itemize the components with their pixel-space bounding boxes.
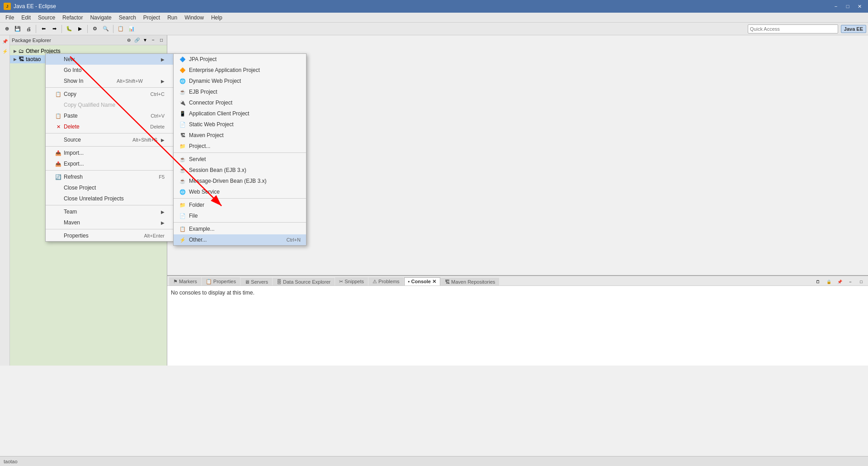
- minimize-view-button[interactable]: −: [150, 37, 157, 44]
- maximize-button[interactable]: □: [843, 2, 853, 10]
- submenu-file[interactable]: 📄 File: [174, 210, 306, 221]
- ctx-import[interactable]: 📥Import...: [46, 147, 174, 158]
- tab-markers[interactable]: ⚑ Markers: [169, 277, 201, 285]
- delete-icon: ✕: [55, 123, 62, 130]
- menu-edit[interactable]: Edit: [18, 14, 34, 22]
- ctx-paste[interactable]: 📋Paste Ctrl+V: [46, 110, 174, 121]
- min-panel-button[interactable]: −: [845, 277, 855, 287]
- ctx-close-unrelated[interactable]: Close Unrelated Projects: [46, 193, 174, 204]
- submenu-label: Session Bean (EJB 3.x): [189, 167, 246, 173]
- tab-datasource[interactable]: 🗄 Data Source Explorer: [273, 278, 335, 285]
- ctx-delete[interactable]: ✕Delete Delete: [46, 121, 174, 132]
- ctx-go-into[interactable]: Go Into: [46, 65, 174, 76]
- submenu-jpa-project[interactable]: 🔷 JPA Project: [174, 54, 306, 65]
- submenu-dynamic-web[interactable]: 🌐 Dynamic Web Project: [174, 76, 306, 86]
- ctx-copy-qualified[interactable]: Copy Qualified Name: [46, 100, 174, 110]
- submenu-label: Maven Project: [189, 132, 224, 138]
- clear-console-button[interactable]: 🗒: [813, 277, 823, 287]
- enterprise-icon: 🔶: [179, 67, 186, 74]
- toolbar-btn7[interactable]: 📋: [116, 24, 126, 34]
- other-shortcut: Ctrl+N: [287, 237, 301, 243]
- submenu-project[interactable]: 📁 Project...: [174, 141, 306, 152]
- menu-help[interactable]: Help: [208, 14, 226, 22]
- menu-window[interactable]: Window: [181, 14, 208, 22]
- toolbar-btn4[interactable]: ➡: [49, 24, 59, 34]
- menu-search[interactable]: Search: [115, 14, 140, 22]
- submenu-message-bean[interactable]: ☕ Message-Driven Bean (EJB 3.x): [174, 176, 306, 186]
- ctx-close-project[interactable]: Close Project: [46, 182, 174, 193]
- collapse-all-button[interactable]: ⊖: [125, 37, 132, 44]
- ctx-maven[interactable]: Maven ▶: [46, 217, 174, 228]
- submenu-label: Project...: [189, 143, 210, 149]
- submenu-servlet[interactable]: ☕ Servlet: [174, 154, 306, 165]
- maximize-view-button[interactable]: □: [158, 37, 165, 44]
- submenu-example[interactable]: 📋 Example...: [174, 223, 306, 234]
- toolbar-debug[interactable]: 🐛: [64, 24, 74, 34]
- max-panel-button[interactable]: □: [856, 277, 866, 287]
- submenu-maven-project[interactable]: 🏗 Maven Project: [174, 130, 306, 141]
- pin-console-button[interactable]: 📌: [835, 277, 844, 287]
- submenu-connector[interactable]: 🔌 Connector Project: [174, 97, 306, 108]
- package-explorer-header: Package Explorer ⊖ 🔗 ▼ − □: [10, 35, 167, 45]
- ctx-show-in[interactable]: Show In Alt+Shift+W ▶: [46, 76, 174, 86]
- ctx-team[interactable]: Team ▶: [46, 206, 174, 217]
- ctx-refresh[interactable]: 🔄Refresh F5: [46, 171, 174, 182]
- view-menu-button[interactable]: ▼: [142, 37, 149, 44]
- copy-shortcut: Ctrl+C: [151, 91, 165, 97]
- tab-console[interactable]: ▪ Console ✕: [404, 277, 440, 285]
- toolbar-btn8[interactable]: 📊: [127, 24, 137, 34]
- menu-source[interactable]: Source: [34, 14, 59, 22]
- ctx-export[interactable]: 📤Export...: [46, 158, 174, 169]
- package-explorer-title: Package Explorer: [12, 38, 125, 43]
- link-editor-button[interactable]: 🔗: [133, 37, 141, 44]
- minimize-button[interactable]: −: [831, 2, 841, 10]
- submenu-label: Application Client Project: [189, 110, 249, 117]
- side-icon-1[interactable]: 📌: [1, 37, 9, 45]
- toolbar-run[interactable]: ▶: [75, 24, 85, 34]
- submenu-other[interactable]: ⚡ Other... Ctrl+N: [174, 234, 306, 245]
- datasource-icon: 🗄: [277, 279, 282, 285]
- toolbar-btn5[interactable]: ⚙: [90, 24, 100, 34]
- submenu-app-client[interactable]: 📱 Application Client Project: [174, 108, 306, 119]
- menu-file[interactable]: File: [2, 14, 18, 22]
- side-icon-2[interactable]: ⚡: [1, 47, 9, 55]
- scroll-lock-button[interactable]: 🔒: [824, 277, 834, 287]
- tab-servers[interactable]: 🖥 Servers: [241, 278, 272, 285]
- ctx-sep2: [46, 133, 174, 133]
- quick-access-input[interactable]: [748, 24, 838, 33]
- ctx-sep4: [46, 170, 174, 171]
- toolbar-new[interactable]: ⊕: [2, 24, 12, 34]
- file-new-icon: 📄: [179, 212, 186, 219]
- window-title: Java EE - Eclipse: [14, 3, 831, 10]
- submenu-folder[interactable]: 📁 Folder: [174, 200, 306, 210]
- tab-problems[interactable]: ⚠ Problems: [368, 277, 404, 285]
- menu-refactor[interactable]: Refactor: [59, 14, 86, 22]
- copy-icon: 📋: [55, 90, 62, 98]
- toolbar-btn3[interactable]: ⬅: [38, 24, 48, 34]
- submenu-session-bean[interactable]: ☕ Session Bean (EJB 3.x): [174, 165, 306, 176]
- toolbar-btn1[interactable]: 💾: [13, 24, 23, 34]
- ctx-copy[interactable]: 📋Copy Ctrl+C: [46, 89, 174, 100]
- submenu-ejb[interactable]: ☕ EJB Project: [174, 86, 306, 97]
- tab-properties[interactable]: 📋 Properties: [202, 277, 240, 285]
- menu-project[interactable]: Project: [140, 14, 164, 22]
- expand-arrow: ▶: [14, 57, 17, 62]
- submenu-arrow: ▶: [161, 57, 165, 62]
- toolbar-btn6[interactable]: 🔍: [101, 24, 111, 34]
- close-button[interactable]: ✕: [854, 2, 864, 10]
- menu-run[interactable]: Run: [164, 14, 181, 22]
- context-menu: New ▶ Go Into Show In Alt+Shift+W ▶ 📋Cop…: [45, 53, 174, 242]
- tab-maven-repos[interactable]: 🏗 Maven Repositories: [441, 278, 499, 285]
- ctx-properties[interactable]: Properties Alt+Enter: [46, 230, 174, 241]
- submenu-static-web[interactable]: 📄 Static Web Project: [174, 119, 306, 130]
- ctx-source[interactable]: Source Alt+Shift+S ▶: [46, 134, 174, 145]
- tab-snippets[interactable]: ✂ Snippets: [335, 277, 368, 285]
- submenu-web-service[interactable]: 🌐 Web Service: [174, 186, 306, 197]
- menu-navigate[interactable]: Navigate: [86, 14, 115, 22]
- submenu-enterprise-app[interactable]: 🔶 Enterprise Application Project: [174, 65, 306, 76]
- ctx-new[interactable]: New ▶: [46, 54, 174, 65]
- submenu-label: Example...: [189, 226, 215, 232]
- perspective-button[interactable]: Java EE: [841, 25, 866, 33]
- toolbar-btn2[interactable]: 🖨: [24, 24, 33, 34]
- properties-ctx-icon: [55, 232, 62, 239]
